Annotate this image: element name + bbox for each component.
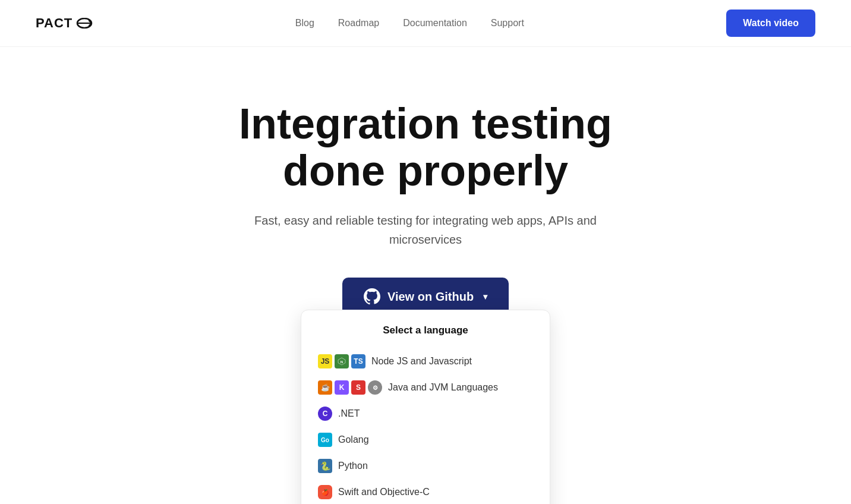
logo-icon bbox=[76, 18, 93, 29]
kotlin-icon: K bbox=[335, 380, 349, 395]
python-icon: 🐍 bbox=[318, 459, 332, 473]
golang-icon: Go bbox=[318, 433, 332, 447]
lang-dotnet[interactable]: C .NET bbox=[318, 401, 533, 427]
scala-icon: S bbox=[351, 380, 365, 395]
nav-documentation[interactable]: Documentation bbox=[403, 18, 467, 29]
github-icon bbox=[364, 288, 380, 305]
lang-python[interactable]: 🐍 Python bbox=[318, 453, 533, 479]
svg-text:N: N bbox=[341, 360, 343, 364]
python-label: Python bbox=[338, 461, 368, 471]
nav-blog[interactable]: Blog bbox=[295, 18, 314, 29]
swift-icon: 🍎 bbox=[318, 485, 332, 499]
dropdown-arrow-icon: ▾ bbox=[483, 292, 487, 301]
navbar: PACT Blog Roadmap Documentation Support … bbox=[0, 0, 851, 47]
nodejs-icons: JS N TS bbox=[318, 354, 365, 368]
python-icons: 🐍 bbox=[318, 459, 332, 473]
golang-icons: Go bbox=[318, 433, 332, 447]
java-icon: ☕ bbox=[318, 380, 332, 395]
hero-section: Integration testing done properly Fast, … bbox=[0, 47, 851, 504]
nodejs-icon: N bbox=[335, 354, 349, 368]
java-icons: ☕ K S ⚙ bbox=[318, 380, 382, 395]
js-icon: JS bbox=[318, 354, 332, 368]
github-button-label: View on Github bbox=[387, 290, 474, 304]
language-dropdown: Select a language JS N TS Node JS and Ja… bbox=[301, 310, 550, 504]
nav-roadmap[interactable]: Roadmap bbox=[338, 18, 379, 29]
golang-label: Golang bbox=[338, 434, 369, 445]
jvm-icon: ⚙ bbox=[368, 380, 382, 395]
lang-swift[interactable]: 🍎 Swift and Objective-C bbox=[318, 479, 533, 504]
language-dropdown-area: Select a language JS N TS Node JS and Ja… bbox=[36, 316, 815, 504]
logo-text: PACT bbox=[36, 15, 73, 31]
lang-java[interactable]: ☕ K S ⚙ Java and JVM Languages bbox=[318, 374, 533, 401]
nodejs-label: Node JS and Javascript bbox=[371, 356, 472, 367]
dotnet-icon: C bbox=[318, 407, 332, 421]
lang-nodejs[interactable]: JS N TS Node JS and Javascript bbox=[318, 348, 533, 374]
nav-support[interactable]: Support bbox=[491, 18, 524, 29]
swift-label: Swift and Objective-C bbox=[338, 487, 430, 497]
swift-icons: 🍎 bbox=[318, 485, 332, 499]
watch-video-button[interactable]: Watch video bbox=[726, 10, 815, 37]
logo[interactable]: PACT bbox=[36, 15, 93, 31]
nav-links: Blog Roadmap Documentation Support bbox=[295, 18, 524, 29]
hero-headline: Integration testing done properly bbox=[36, 100, 815, 194]
lang-golang[interactable]: Go Golang bbox=[318, 427, 533, 453]
ts-icon: TS bbox=[351, 354, 365, 368]
dotnet-label: .NET bbox=[338, 408, 360, 419]
hero-subheading: Fast, easy and reliable testing for inte… bbox=[247, 211, 604, 249]
java-label: Java and JVM Languages bbox=[388, 382, 498, 393]
dropdown-title: Select a language bbox=[318, 325, 533, 336]
dotnet-icons: C bbox=[318, 407, 332, 421]
